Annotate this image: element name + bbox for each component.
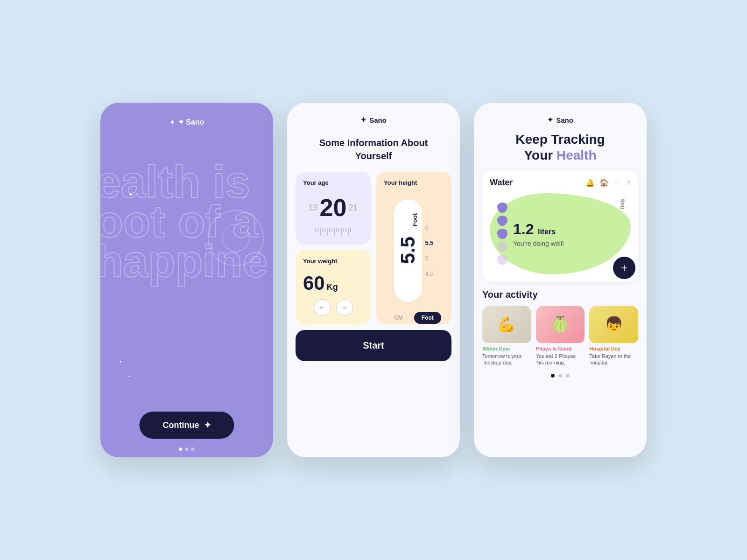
dashboard-logo-text: Sano [556,116,573,124]
info-screen: ✦ Sano Some Information About Yourself Y… [287,103,460,457]
activity-card-hospital[interactable]: 👦 Hospital Day Take Rayan to the hospita… [589,306,638,366]
water-amount: 1.2 [513,221,534,238]
foot-unit-button[interactable]: Foot [414,312,441,324]
page-dot-3 [191,448,195,451]
add-water-button[interactable]: + [613,257,635,279]
age-main-value: 20 [320,194,347,222]
hospital-label: Hospital Day [589,346,638,351]
height-card: Your height 5.5 Foot 6 5.5 5 4.5 [376,172,451,324]
page-dots [179,448,195,451]
dashboard-title: Keep Tracking Your Health [474,132,647,170]
age-side-left: 19 [309,203,318,213]
cm-unit-button[interactable]: CM [387,312,410,324]
water-card-header: Water 🔔 🏠 ♡ ↗ [490,178,631,188]
weight-decrease-button[interactable]: ← [314,299,331,316]
age-card: Your age 19 20 21 [296,172,371,245]
water-status: You're doing well! [513,240,623,247]
screen2-title: Some Information About Yourself [287,129,460,172]
water-drop-2 [497,216,507,226]
nav-dot-2[interactable] [558,374,562,378]
activity-cards: 💪 30min Gym Tomorrow is your checkup day… [482,306,638,366]
star-icon-1: ✦ [128,191,133,198]
water-drop-4 [497,242,507,252]
gym-image: 💪 [482,306,531,343]
health-highlight: Health [557,148,597,162]
star-icon-2: ✦ [233,182,236,186]
weight-unit: Kg [327,282,338,292]
height-unit-buttons: CM Foot [387,312,441,324]
start-btn-container: Start [287,330,460,361]
height-num-55: 5.5 [425,239,433,246]
bg-text-1: ealth is [100,159,250,206]
activity-card-gym[interactable]: 💪 30min Gym Tomorrow is your checkup day… [482,306,531,366]
water-unit: liters [538,228,556,236]
weight-nav: ← → [303,299,363,316]
continue-label: Continue [163,420,199,430]
weight-card: Your weight 60 Kg ← → [296,250,371,325]
screen1-logo: ✦ ✦ Sano [169,118,204,126]
height-value: 5.5 [397,237,419,264]
activity-title: Your activity [482,289,638,300]
age-side-right: 21 [348,203,358,213]
logo-text: ✦ Sano [178,118,204,126]
star-icon-4: ✦ [119,360,122,364]
height-scale-white: 5.5 Foot [394,199,422,302]
water-drop-1 [497,203,507,213]
bell-icon[interactable]: 🔔 [585,178,595,187]
water-drop-5 [497,255,507,265]
pitaya-label: Pitaya Is Good [536,346,585,351]
page-dot-1 [179,448,183,451]
screen2-logo-text: Sano [369,116,387,124]
water-drops [497,203,507,265]
screen2-header: ✦ Sano [287,103,460,129]
weight-increase-button[interactable]: → [336,299,353,316]
height-num-45: 4.5 [425,270,433,277]
hospital-image: 👦 [589,306,638,343]
dashboard-header: ✦ Sano [474,103,647,132]
dashboard-logo-sparkle: ✦ [547,116,553,124]
water-info: 1.2 liters You're doing well! [513,221,623,247]
weight-label: Your weight [303,258,363,265]
age-display: 19 20 21 [303,190,363,225]
water-blob: 1.2 liters You're doing well! Daily + [490,193,631,274]
gym-desc: Tomorrow is your checkup day. [482,353,531,366]
height-label: Your height [384,179,444,186]
height-num-6: 6 [425,224,433,231]
nav-dot-1[interactable] [551,374,555,378]
height-num-5: 5 [425,255,433,262]
weight-value: 60 [303,272,325,294]
activity-card-pitaya[interactable]: 🍈 Pitaya Is Good You eat 2 Pitayas this … [536,306,585,366]
bottom-dots [474,374,647,378]
hospital-desc: Take Rayan to the hospital. [589,353,638,366]
star-icon-5: ✦ [128,375,131,378]
gym-label: 30min Gym [482,346,531,351]
height-inner: 5.5 Foot 6 5.5 5 4.5 CM Foot [384,190,444,328]
screens-container: ealth is oot of a happine ✦ ✦ ✦ ✦ ✦ ✦ ✦ … [100,103,647,457]
start-button[interactable]: Start [296,330,451,361]
weight-display: 60 Kg [303,268,363,299]
home-icon[interactable]: 🏠 [599,178,609,187]
star-icon-3: ✦ [243,196,245,199]
height-unit-overlay: Foot [411,213,418,226]
activity-section: Your activity 💪 30min Gym Tomorrow is yo… [474,289,647,366]
water-card: Water 🔔 🏠 ♡ ↗ 1.2 [482,170,638,282]
screen2-logo-sparkle: ✦ [360,116,366,124]
pitaya-desc: You eat 2 Pitayas this morning. [536,353,585,366]
page-dot-2 [185,448,189,451]
age-label: Your age [303,179,363,186]
bg-overlay: ealth is oot of a happine [100,103,273,457]
height-side-numbers: 6 5.5 5 4.5 [425,224,433,277]
height-scale: 5.5 Foot 6 5.5 5 4.5 [394,194,433,307]
dashboard-screen: ✦ Sano Keep Tracking Your Health Water 🔔… [474,103,647,457]
share-icon[interactable]: ↗ [625,178,631,187]
splash-screen: ealth is oot of a happine ✦ ✦ ✦ ✦ ✦ ✦ ✦ … [100,103,273,457]
water-amount-display: 1.2 liters [513,221,623,238]
age-ruler [303,228,363,236]
water-daily-label: Daily [620,199,625,209]
nav-dot-3[interactable] [566,374,570,378]
water-drop-3 [497,229,507,239]
continue-button[interactable]: Continue ✦ [140,412,234,439]
info-grid: Your age 19 20 21 [287,172,460,324]
heart-icon[interactable]: ♡ [613,178,620,187]
pitaya-image: 🍈 [536,306,585,343]
